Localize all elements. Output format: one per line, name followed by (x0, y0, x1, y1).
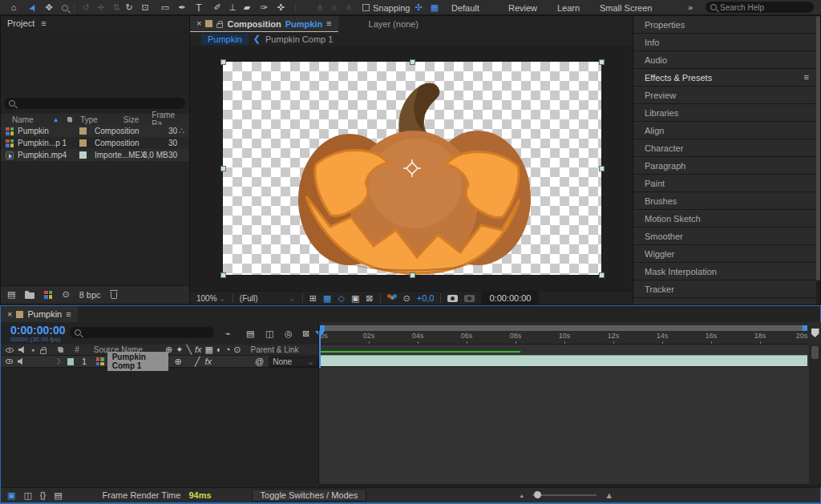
exposure-value[interactable]: +0,0 (417, 293, 435, 303)
workspace-tab-review[interactable]: Review (508, 3, 537, 13)
lock-column-icon[interactable] (40, 349, 47, 354)
timeline-vscrollbar-thumb[interactable] (811, 346, 819, 359)
graph-editor-icon[interactable]: ⊠ (302, 329, 309, 338)
close-icon[interactable]: × (196, 19, 201, 28)
solo-column-icon[interactable]: ● (31, 347, 34, 353)
timeline-vscrollbar[interactable] (809, 345, 821, 484)
toggle-switches-modes-button[interactable]: Toggle Switches / Modes (252, 489, 367, 502)
panel-tab-preview[interactable]: Preview (633, 87, 820, 104)
collaborate-button[interactable]: ✣ (411, 2, 426, 14)
lock-icon[interactable] (216, 23, 223, 28)
transparency-grid-icon[interactable]: ▦ (323, 294, 331, 303)
timeline-timecode[interactable]: 0:00:00:00 (10, 324, 66, 337)
column-name[interactable]: Name (12, 115, 34, 124)
video-column-icon[interactable] (6, 348, 14, 353)
motion-blur-icon[interactable]: ◎ (285, 329, 293, 338)
timeline-search[interactable] (70, 327, 214, 338)
timeline-splitter[interactable] (318, 322, 319, 484)
panel-tab-effects-presets[interactable]: Effects & Presets≡ (633, 69, 820, 87)
snapshot-icon[interactable] (447, 295, 458, 302)
selection-handle-w[interactable] (220, 166, 226, 171)
selection-handle-se[interactable] (599, 272, 605, 278)
viewer-timecode[interactable]: 0:00:00:00 (481, 292, 539, 304)
work-area-bar[interactable] (320, 325, 807, 331)
puppet-pin-tool[interactable]: ✜ (273, 2, 288, 14)
zoom-out-icon[interactable]: ▲ (519, 493, 524, 498)
column-type[interactable]: Type (80, 115, 98, 124)
work-area-start-handle[interactable] (320, 325, 325, 331)
switch-adjustment-icon[interactable]: ◔ (225, 345, 231, 354)
rectangle-tool[interactable]: ▭ (158, 2, 172, 14)
workspace-tab-small-screen[interactable]: Small Screen (600, 3, 652, 13)
pen-tool[interactable]: ✒ (175, 2, 189, 14)
switch-motion-blur-icon[interactable]: ◐ (216, 345, 222, 354)
layer-visibility-toggle[interactable] (6, 359, 13, 364)
layer-name[interactable]: Pumpkin Comp 1 (107, 352, 168, 371)
right-scrollbar-track[interactable] (816, 16, 820, 304)
panel-tab-motion-sketch[interactable]: Motion Sketch (633, 210, 820, 228)
layer-row-1[interactable]: ❯ 1 Pumpkin Comp 1 ⊕ ╱ fx @ None⌄ (1, 356, 318, 368)
zoom-in-icon[interactable]: ▲ (605, 490, 613, 500)
tab-composition-pumpkin[interactable]: × Composition Pumpkin ≡ (190, 16, 338, 32)
panel-menu-icon[interactable]: ≡ (66, 310, 71, 319)
exposure-icon[interactable]: ⊙ (403, 294, 410, 303)
timeline-zoom-knob[interactable] (534, 491, 541, 498)
pumpkin-artwork[interactable] (223, 62, 601, 275)
project-row-pumpkin[interactable]: Pumpkin Composition 30 ∴ (1, 125, 189, 137)
timeline-tab-pumpkin[interactable]: × Pumpkin ≡ (1, 306, 78, 322)
new-folder-icon[interactable] (25, 292, 34, 299)
brush-tool[interactable]: ✐ (210, 2, 224, 14)
orbit-camera-tool[interactable]: ↺ (79, 2, 93, 14)
selection-handle-e[interactable] (599, 166, 605, 171)
panel-tab-audio[interactable]: Audio (633, 51, 820, 69)
switch-effects-icon[interactable]: fx (195, 345, 202, 354)
selection-handle-ne[interactable] (599, 59, 605, 65)
panel-tab-libraries[interactable]: Libraries (633, 104, 820, 122)
switch-frame-blend-icon[interactable]: ▦ (205, 345, 213, 354)
project-panel-header[interactable]: Project ≡ (1, 16, 189, 30)
selection-handle-s[interactable] (410, 272, 415, 278)
interpret-footage-icon[interactable]: ▤ (7, 290, 15, 299)
home-button[interactable]: ⌂ (6, 2, 21, 14)
layer-duration-bar[interactable] (320, 355, 807, 367)
resolution-select[interactable]: (Full)⌄ (240, 294, 296, 303)
layer-switch-shy[interactable]: ⊕ (175, 357, 182, 366)
composition-canvas[interactable] (223, 62, 601, 275)
project-search-input[interactable] (18, 99, 180, 108)
panel-tab-smoother[interactable]: Smoother (633, 228, 820, 245)
tab-layer-none[interactable]: Layer (none) (362, 16, 425, 32)
workspace-tab-default[interactable]: Default (451, 3, 479, 13)
layer-switch-fx[interactable]: fx (204, 357, 212, 366)
grid-guides-icon[interactable]: ⊞ (309, 294, 317, 303)
mini-flowchart-icon[interactable]: ⌁ (225, 329, 231, 338)
rotation-tool[interactable]: ↻ (122, 2, 136, 14)
axis-mode-view[interactable]: ⋔ (342, 2, 356, 14)
help-search[interactable] (706, 2, 814, 13)
region-of-interest-icon[interactable]: ▣ (351, 294, 359, 303)
timeline-search-input[interactable] (84, 329, 209, 337)
roto-brush-tool[interactable]: ✑ (257, 2, 271, 14)
workspace-tab-learn[interactable]: Learn (557, 3, 580, 13)
new-composition-icon[interactable] (44, 291, 52, 299)
capture-button[interactable]: ▦ (427, 2, 442, 14)
column-parent-link[interactable]: Parent & Link (251, 345, 299, 354)
switch-collapse-icon[interactable]: ✦ (176, 345, 183, 354)
bit-depth-button[interactable]: 8 bpc (79, 290, 101, 300)
panel-tab-properties[interactable]: Properties (633, 16, 820, 34)
selection-handle-nw[interactable] (220, 59, 226, 65)
project-search[interactable] (4, 98, 185, 109)
shy-pane-toggle[interactable]: ▤ (54, 491, 62, 500)
panel-tab-wiggler[interactable]: Wiggler (633, 245, 820, 263)
layer-expand-icon[interactable]: ❯ (56, 358, 62, 365)
workspace-overflow-button[interactable]: » (688, 2, 693, 12)
panel-menu-icon[interactable]: ≡ (804, 73, 809, 82)
eraser-tool[interactable]: ▰ (240, 2, 254, 14)
view-layout-icon[interactable]: ⊠ (366, 294, 373, 303)
axis-mode-world[interactable]: ⋔ (327, 2, 342, 14)
hand-tool[interactable]: ✥ (42, 2, 56, 14)
project-row-pumpkin-comp[interactable]: Pumpkin...p 1 Composition 30 (1, 137, 189, 149)
column-size[interactable]: Size (123, 115, 139, 124)
breadcrumb-back-icon[interactable]: ❮ (253, 34, 261, 43)
magnification-select[interactable]: 100%⌄ (196, 294, 226, 303)
transfer-controls-toggle[interactable]: ◫ (23, 491, 31, 500)
